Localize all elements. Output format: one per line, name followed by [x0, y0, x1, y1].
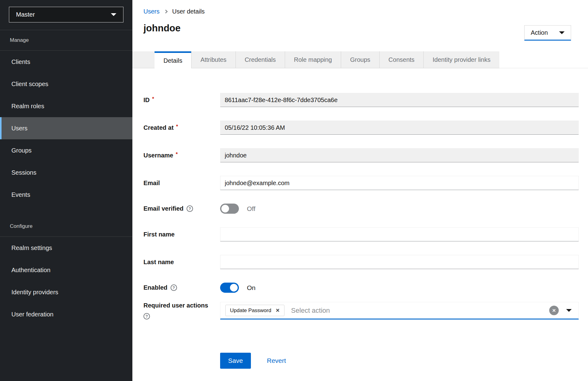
help-icon[interactable]: ?	[187, 205, 193, 212]
sidebar: Master Manage Clients Client scopes Real…	[0, 0, 132, 381]
tab-identity-provider-links[interactable]: Identity provider links	[423, 51, 499, 68]
email-verified-label: Email verified ?	[143, 205, 220, 212]
chevron-right-icon	[164, 10, 168, 14]
form-footer: Save Revert	[220, 353, 579, 369]
enabled-label: Enabled ?	[143, 284, 220, 291]
multiselect-controls: ✕	[549, 306, 574, 315]
first-name-field[interactable]	[220, 227, 579, 241]
required-user-actions-label: Required user actions ?	[143, 302, 220, 319]
form-row-id: ID *	[143, 93, 579, 107]
tab-filler	[499, 51, 588, 68]
sidebar-item-users[interactable]: Users	[0, 117, 132, 139]
realm-selector-label: Master	[16, 11, 35, 18]
sidebar-item-realm-roles[interactable]: Realm roles	[0, 95, 132, 117]
action-dropdown[interactable]: Action	[524, 25, 571, 41]
spacer	[0, 206, 132, 216]
email-label: Email	[143, 180, 220, 187]
enabled-toggle[interactable]	[220, 283, 239, 293]
required-asterisk: *	[152, 96, 154, 102]
toggle-knob	[230, 284, 238, 292]
required-asterisk: *	[176, 151, 178, 157]
action-dropdown-label: Action	[531, 29, 548, 36]
last-name-field[interactable]	[220, 255, 579, 269]
form-row-first-name: First name	[143, 227, 579, 241]
sidebar-item-groups[interactable]: Groups	[0, 139, 132, 161]
help-icon[interactable]: ?	[143, 313, 150, 319]
sidebar-item-events[interactable]: Events	[0, 184, 132, 206]
chevron-down-icon	[111, 13, 116, 16]
chip-remove-icon[interactable]: ✕	[276, 308, 280, 313]
email-verified-state: Off	[247, 205, 256, 212]
user-details-form: ID * Created at * Username * Email	[143, 93, 579, 369]
tab-attributes[interactable]: Attributes	[191, 51, 235, 68]
id-label: ID *	[143, 97, 220, 104]
main-content: Users User details johndoe Action Detail…	[132, 0, 588, 381]
breadcrumb: Users User details	[132, 0, 588, 15]
breadcrumb-current: User details	[172, 8, 205, 15]
sidebar-item-clients[interactable]: Clients	[0, 51, 132, 73]
form-row-username: Username *	[143, 148, 579, 162]
form-row-created-at: Created at *	[143, 121, 579, 135]
enabled-toggle-wrap: On	[220, 283, 579, 293]
email-verified-toggle-wrap: Off	[220, 204, 579, 214]
tab-credentials[interactable]: Credentials	[236, 51, 285, 68]
tab-role-mapping[interactable]: Role mapping	[285, 51, 341, 68]
sidebar-item-client-scopes[interactable]: Client scopes	[0, 73, 132, 95]
help-icon[interactable]: ?	[171, 284, 177, 291]
tab-filler	[132, 51, 155, 68]
id-field[interactable]	[220, 93, 579, 107]
sidebar-item-sessions[interactable]: Sessions	[0, 161, 132, 184]
tab-strip: Details Attributes Credentials Role mapp…	[132, 51, 588, 68]
email-field[interactable]	[220, 176, 579, 190]
form-row-enabled: Enabled ? On	[143, 283, 579, 293]
sidebar-section-configure: Configure	[0, 216, 132, 236]
save-button[interactable]: Save	[220, 353, 251, 369]
sidebar-item-user-federation[interactable]: User federation	[0, 303, 132, 325]
chip-update-password: Update Password ✕	[225, 305, 284, 316]
required-asterisk: *	[176, 124, 178, 130]
first-name-label: First name	[143, 231, 220, 238]
chevron-down-icon	[559, 31, 565, 34]
form-row-last-name: Last name	[143, 255, 579, 269]
toggle-knob	[221, 205, 229, 212]
realm-selector[interactable]: Master	[9, 7, 123, 22]
email-verified-toggle[interactable]	[220, 204, 239, 214]
tab-consents[interactable]: Consents	[379, 51, 424, 68]
tab-groups[interactable]: Groups	[341, 51, 379, 68]
created-at-label: Created at *	[143, 124, 220, 131]
last-name-label: Last name	[143, 259, 220, 266]
tab-details[interactable]: Details	[155, 51, 191, 68]
page-title: johndoe	[143, 22, 588, 34]
enabled-state: On	[247, 284, 256, 292]
sidebar-item-realm-settings[interactable]: Realm settings	[0, 237, 132, 259]
chevron-down-icon[interactable]	[566, 309, 572, 312]
select-action-placeholder: Select action	[291, 307, 330, 315]
clear-all-icon[interactable]: ✕	[549, 306, 559, 315]
required-user-actions-select[interactable]: Update Password ✕ Select action ✕	[220, 302, 579, 319]
sidebar-section-manage: Manage	[0, 30, 132, 50]
sidebar-item-authentication[interactable]: Authentication	[0, 259, 132, 281]
username-field[interactable]	[220, 148, 579, 162]
breadcrumb-users-link[interactable]: Users	[143, 8, 159, 15]
form-row-required-user-actions: Required user actions ? Update Password …	[143, 302, 579, 319]
sidebar-item-identity-providers[interactable]: Identity providers	[0, 281, 132, 303]
username-label: Username *	[143, 152, 220, 159]
form-row-email-verified: Email verified ? Off	[143, 204, 579, 214]
revert-link[interactable]: Revert	[267, 357, 286, 364]
created-at-field[interactable]	[220, 121, 579, 135]
form-row-email: Email	[143, 176, 579, 190]
